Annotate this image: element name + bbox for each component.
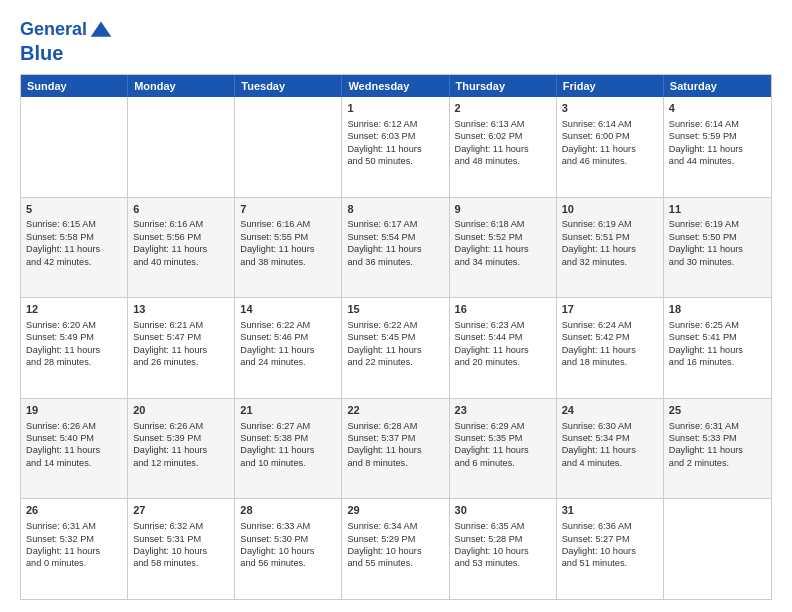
day-info-line: and 36 minutes. (347, 256, 443, 268)
day-info-line: Daylight: 11 hours (133, 444, 229, 456)
day-info-line: and 28 minutes. (26, 356, 122, 368)
day-number: 3 (562, 101, 658, 116)
day-info-line: Sunset: 5:50 PM (669, 231, 766, 243)
col-header-thursday: Thursday (450, 75, 557, 97)
day-info-line: Sunset: 5:27 PM (562, 533, 658, 545)
day-info-line: Daylight: 11 hours (562, 143, 658, 155)
cal-cell-4-5: 31Sunrise: 6:36 AMSunset: 5:27 PMDayligh… (557, 499, 664, 599)
day-info-line: and 24 minutes. (240, 356, 336, 368)
day-number: 17 (562, 302, 658, 317)
day-number: 29 (347, 503, 443, 518)
day-info-line: Daylight: 11 hours (562, 444, 658, 456)
day-info-line: Sunset: 5:42 PM (562, 331, 658, 343)
cal-cell-3-3: 22Sunrise: 6:28 AMSunset: 5:37 PMDayligh… (342, 399, 449, 499)
day-info-line: Daylight: 11 hours (240, 243, 336, 255)
day-info-line: and 30 minutes. (669, 256, 766, 268)
day-info-line: Sunrise: 6:17 AM (347, 218, 443, 230)
day-info-line: Sunset: 6:03 PM (347, 130, 443, 142)
day-info-line: Sunrise: 6:29 AM (455, 420, 551, 432)
day-info-line: Sunset: 5:29 PM (347, 533, 443, 545)
calendar-row-2: 12Sunrise: 6:20 AMSunset: 5:49 PMDayligh… (21, 297, 771, 398)
day-number: 6 (133, 202, 229, 217)
day-number: 27 (133, 503, 229, 518)
day-info-line: Sunrise: 6:19 AM (562, 218, 658, 230)
day-info-line: Sunrise: 6:31 AM (26, 520, 122, 532)
calendar-row-1: 5Sunrise: 6:15 AMSunset: 5:58 PMDaylight… (21, 197, 771, 298)
day-info-line: Sunrise: 6:13 AM (455, 118, 551, 130)
day-info-line: Daylight: 11 hours (455, 344, 551, 356)
calendar-row-0: 1Sunrise: 6:12 AMSunset: 6:03 PMDaylight… (21, 97, 771, 197)
day-info-line: Daylight: 11 hours (455, 143, 551, 155)
day-info-line: Sunset: 5:38 PM (240, 432, 336, 444)
day-info-line: Sunset: 5:31 PM (133, 533, 229, 545)
day-info-line: Sunset: 5:58 PM (26, 231, 122, 243)
day-info-line: and 12 minutes. (133, 457, 229, 469)
day-info-line: and 58 minutes. (133, 557, 229, 569)
day-info-line: and 51 minutes. (562, 557, 658, 569)
day-info-line: Daylight: 11 hours (669, 143, 766, 155)
day-number: 18 (669, 302, 766, 317)
day-info-line: Sunrise: 6:34 AM (347, 520, 443, 532)
day-info-line: Sunrise: 6:36 AM (562, 520, 658, 532)
day-info-line: Sunset: 5:51 PM (562, 231, 658, 243)
day-info-line: and 22 minutes. (347, 356, 443, 368)
col-header-saturday: Saturday (664, 75, 771, 97)
day-info-line: and 53 minutes. (455, 557, 551, 569)
logo-triangle-icon (89, 18, 113, 42)
day-info-line: Sunrise: 6:12 AM (347, 118, 443, 130)
day-info-line: Sunrise: 6:21 AM (133, 319, 229, 331)
day-info-line: Daylight: 11 hours (347, 143, 443, 155)
day-info-line: and 34 minutes. (455, 256, 551, 268)
day-number: 16 (455, 302, 551, 317)
day-info-line: Sunset: 5:41 PM (669, 331, 766, 343)
day-info-line: and 48 minutes. (455, 155, 551, 167)
day-info-line: Sunrise: 6:19 AM (669, 218, 766, 230)
day-info-line: Sunset: 5:55 PM (240, 231, 336, 243)
cal-cell-4-0: 26Sunrise: 6:31 AMSunset: 5:32 PMDayligh… (21, 499, 128, 599)
day-number: 28 (240, 503, 336, 518)
cal-cell-1-2: 7Sunrise: 6:16 AMSunset: 5:55 PMDaylight… (235, 198, 342, 298)
day-info-line: and 16 minutes. (669, 356, 766, 368)
day-info-line: Sunset: 5:49 PM (26, 331, 122, 343)
cal-cell-0-4: 2Sunrise: 6:13 AMSunset: 6:02 PMDaylight… (450, 97, 557, 197)
day-info-line: and 20 minutes. (455, 356, 551, 368)
col-header-monday: Monday (128, 75, 235, 97)
logo: General Blue (20, 18, 113, 64)
cal-cell-1-4: 9Sunrise: 6:18 AMSunset: 5:52 PMDaylight… (450, 198, 557, 298)
cal-cell-4-2: 28Sunrise: 6:33 AMSunset: 5:30 PMDayligh… (235, 499, 342, 599)
cal-cell-4-3: 29Sunrise: 6:34 AMSunset: 5:29 PMDayligh… (342, 499, 449, 599)
day-info-line: Daylight: 11 hours (26, 344, 122, 356)
day-info-line: Daylight: 11 hours (133, 243, 229, 255)
cal-cell-1-5: 10Sunrise: 6:19 AMSunset: 5:51 PMDayligh… (557, 198, 664, 298)
day-info-line: Sunset: 5:44 PM (455, 331, 551, 343)
day-info-line: Sunset: 5:35 PM (455, 432, 551, 444)
day-info-line: Daylight: 11 hours (240, 444, 336, 456)
day-number: 24 (562, 403, 658, 418)
day-info-line: and 32 minutes. (562, 256, 658, 268)
day-number: 14 (240, 302, 336, 317)
day-info-line: Sunrise: 6:35 AM (455, 520, 551, 532)
day-number: 31 (562, 503, 658, 518)
cal-cell-3-1: 20Sunrise: 6:26 AMSunset: 5:39 PMDayligh… (128, 399, 235, 499)
cal-cell-0-3: 1Sunrise: 6:12 AMSunset: 6:03 PMDaylight… (342, 97, 449, 197)
calendar: SundayMondayTuesdayWednesdayThursdayFrid… (20, 74, 772, 600)
logo-text-blue: Blue (20, 42, 63, 64)
day-info-line: Sunset: 5:33 PM (669, 432, 766, 444)
day-number: 25 (669, 403, 766, 418)
cal-cell-1-3: 8Sunrise: 6:17 AMSunset: 5:54 PMDaylight… (342, 198, 449, 298)
day-number: 30 (455, 503, 551, 518)
cal-cell-3-5: 24Sunrise: 6:30 AMSunset: 5:34 PMDayligh… (557, 399, 664, 499)
day-info-line: Sunset: 5:52 PM (455, 231, 551, 243)
day-info-line: Daylight: 11 hours (26, 444, 122, 456)
col-header-wednesday: Wednesday (342, 75, 449, 97)
day-info-line: and 46 minutes. (562, 155, 658, 167)
calendar-page: General Blue SundayMondayTuesdayWednesda… (0, 0, 792, 612)
col-header-sunday: Sunday (21, 75, 128, 97)
day-info-line: Sunset: 6:02 PM (455, 130, 551, 142)
day-info-line: Sunrise: 6:15 AM (26, 218, 122, 230)
calendar-body: 1Sunrise: 6:12 AMSunset: 6:03 PMDaylight… (21, 97, 771, 599)
day-info-line: Sunset: 5:30 PM (240, 533, 336, 545)
calendar-header: SundayMondayTuesdayWednesdayThursdayFrid… (21, 75, 771, 97)
day-info-line: Sunrise: 6:22 AM (240, 319, 336, 331)
cal-cell-4-1: 27Sunrise: 6:32 AMSunset: 5:31 PMDayligh… (128, 499, 235, 599)
